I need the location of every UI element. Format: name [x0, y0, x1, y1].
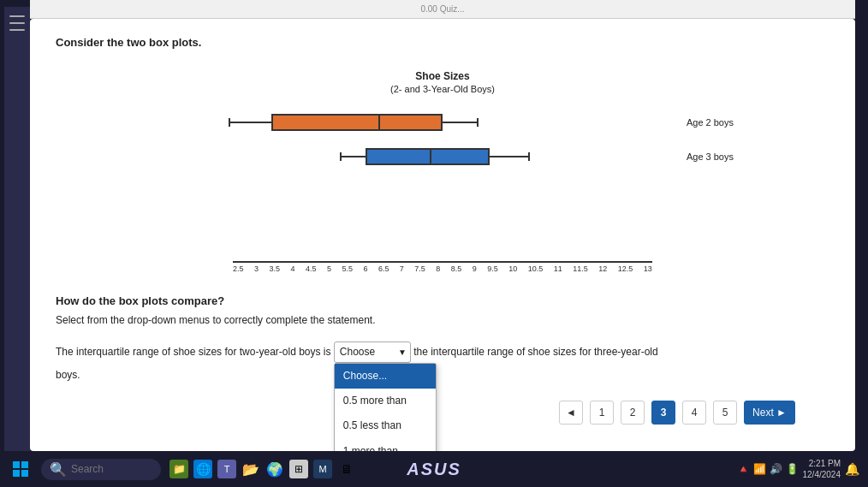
tick-left-age2	[229, 118, 230, 127]
age2-label: Age 2 boys	[687, 117, 734, 128]
taskbar-chrome-icon[interactable]: 🌍	[265, 460, 284, 478]
hamburger-line	[9, 29, 25, 31]
dropdown-item-1more[interactable]: 1 more than	[335, 439, 436, 451]
taskbar: 🔍 📁 🌐 T 📂 🌍 ⊞ M 🖥 ASUS 🔺 📶 🔊 🔋 2:21 PM 1…	[0, 451, 868, 487]
axis-container: 2.5 3 3.5 4 4.5 5 5.5 6 6.5 7 7.5 8 8.5 …	[56, 261, 829, 273]
hamburger-line	[9, 22, 25, 24]
page-1-button[interactable]: 1	[590, 401, 614, 425]
battery-icon: 🔋	[786, 463, 799, 475]
whisker-right-age3	[490, 156, 528, 157]
whisker-left-age3	[340, 156, 366, 157]
tick-left-age3	[340, 152, 342, 161]
tick-5: 5	[327, 264, 331, 273]
network-icon: 🔺	[737, 463, 750, 475]
taskbar-file-icon[interactable]: 📁	[169, 460, 188, 478]
tick-6: 6	[363, 264, 367, 273]
svg-rect-2	[13, 470, 20, 477]
windows-icon	[13, 461, 28, 477]
search-bar[interactable]: 🔍	[41, 459, 161, 480]
volume-icon: 🔊	[770, 463, 782, 475]
taskbar-left: 🔍 📁 🌐 T 📂 🌍 ⊞ M 🖥	[9, 457, 356, 481]
consider-text: Consider the two box plots.	[56, 36, 829, 49]
dropdown-value: Choose	[340, 344, 375, 360]
age3-label: Age 3 boys	[687, 151, 734, 162]
median-age3	[430, 148, 431, 165]
chart-title: Shoe Sizes	[56, 70, 829, 82]
tick-12: 12	[598, 264, 607, 273]
statement-end-row: boys.	[56, 367, 829, 383]
svg-rect-0	[13, 461, 20, 468]
tick-3.5: 3.5	[269, 264, 280, 273]
tick-8.5: 8.5	[451, 264, 462, 273]
taskbar-teams-icon[interactable]: T	[217, 460, 236, 478]
dropdown-menu[interactable]: Choose... 0.5 more than 0.5 less than 1 …	[334, 363, 437, 451]
taskbar-apps-icon[interactable]: ⊞	[289, 460, 308, 478]
tick-7.5: 7.5	[414, 264, 425, 273]
median-age2	[378, 114, 380, 131]
page-3-button[interactable]: 3	[651, 401, 675, 425]
tick-10.5: 10.5	[528, 264, 544, 273]
box-age2	[271, 114, 443, 131]
system-icons: 🔺 📶 🔊 🔋	[737, 463, 799, 475]
statement-suffix: the interquartile range of shoe sizes fo…	[413, 346, 658, 358]
main-content: Consider the two box plots. Shoe Sizes (…	[30, 19, 855, 451]
chart-container: Shoe Sizes (2- and 3-Year-Old Boys) Age …	[56, 62, 829, 282]
tick-3: 3	[254, 264, 259, 273]
current-date: 12/4/2024	[803, 469, 841, 480]
wifi-icon: 📶	[753, 463, 766, 475]
tick-6.5: 6.5	[378, 264, 389, 273]
taskbar-app-icons: 📁 🌐 T 📂 🌍 ⊞ M 🖥	[169, 460, 356, 478]
instruction-text: Select from the drop-down menus to corre…	[56, 314, 829, 326]
page-5-button[interactable]: 5	[713, 401, 737, 425]
dropdown-trigger[interactable]: Choose ▼	[334, 341, 411, 363]
svg-rect-3	[21, 470, 28, 477]
asus-brand: ASUS	[407, 460, 461, 479]
tick-4: 4	[290, 264, 294, 273]
statement-prefix: The interquartile range of shoe sizes fo…	[56, 346, 331, 358]
windows-start-button[interactable]	[9, 457, 33, 481]
statement-row: The interquartile range of shoe sizes fo…	[56, 341, 829, 363]
tick-5.5: 5.5	[342, 264, 353, 273]
sidebar-toggle[interactable]	[4, 7, 30, 451]
dropdown-container[interactable]: Choose ▼ Choose... 0.5 more than 0.5 les…	[334, 341, 411, 363]
notification-icon[interactable]: 🔔	[845, 462, 859, 476]
top-bar: 0.00 Quiz...	[30, 0, 855, 19]
box-plot-area: Age 2 boys Age 3 boys	[229, 107, 657, 184]
search-input[interactable]	[71, 463, 157, 475]
tick-10: 10	[508, 264, 517, 273]
tick-11: 11	[554, 264, 562, 273]
svg-rect-1	[21, 461, 28, 468]
taskbar-extra-icon[interactable]: M	[313, 460, 332, 478]
question-text: How do the box plots compare?	[56, 294, 829, 307]
whisker-right-age2	[443, 122, 477, 123]
axis-line	[233, 261, 652, 263]
tick-12.5: 12.5	[618, 264, 633, 273]
hamburger-line	[9, 15, 25, 17]
tick-right-age3	[528, 152, 530, 161]
top-bar-title: 0.00 Quiz...	[420, 4, 464, 14]
pagination-row: ◄ 1 2 3 4 5 Next ►	[56, 401, 829, 425]
tick-7: 7	[400, 264, 404, 273]
tick-4.5: 4.5	[306, 264, 317, 273]
taskbar-edge-icon[interactable]: 🌐	[193, 460, 212, 478]
taskbar-folder-icon[interactable]: 📂	[241, 460, 260, 478]
page-2-button[interactable]: 2	[621, 401, 645, 425]
tick-8: 8	[436, 264, 440, 273]
tick-right-age2	[477, 118, 479, 127]
prev-page-button[interactable]: ◄	[559, 401, 583, 425]
axis-ticks: 2.5 3 3.5 4 4.5 5 5.5 6 6.5 7 7.5 8 8.5 …	[233, 264, 652, 273]
dropdown-item-choose[interactable]: Choose...	[335, 364, 436, 389]
tick-13: 13	[644, 264, 652, 273]
current-time: 2:21 PM	[803, 458, 841, 469]
dropdown-item-0.5less[interactable]: 0.5 less than	[335, 413, 436, 438]
chart-subtitle: (2- and 3-Year-Old Boys)	[56, 84, 829, 94]
search-icon: 🔍	[50, 461, 67, 478]
time-display: 2:21 PM 12/4/2024	[803, 458, 841, 480]
whisker-left-age2	[229, 122, 271, 123]
dropdown-item-0.5more[interactable]: 0.5 more than	[335, 389, 436, 413]
page-4-button[interactable]: 4	[682, 401, 706, 425]
next-page-button[interactable]: Next ►	[744, 401, 795, 425]
tick-9: 9	[473, 264, 477, 273]
taskbar-monitor-icon[interactable]: 🖥	[337, 460, 356, 478]
age2-row: Age 2 boys	[229, 107, 657, 137]
